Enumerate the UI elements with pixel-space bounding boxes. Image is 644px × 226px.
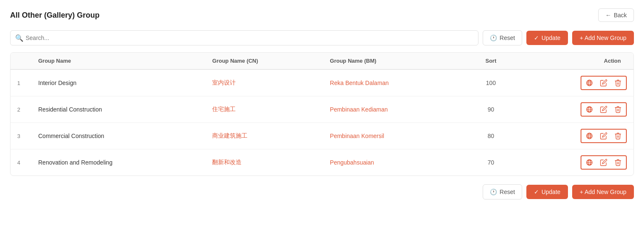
cell-action-2 (515, 123, 633, 149)
cell-sort-3: 70 (467, 149, 515, 176)
search-icon: 🔍 (15, 34, 24, 42)
cell-action-0 (515, 69, 633, 96)
add-new-group-button-bottom[interactable]: + Add New Group (572, 185, 634, 199)
col-num (11, 53, 32, 69)
delete-button-0[interactable] (613, 78, 623, 88)
cell-group-name-0: Interior Design (32, 69, 205, 96)
add-new-group-button-top[interactable]: + Add New Group (572, 31, 634, 45)
cell-sort-0: 100 (467, 69, 515, 96)
globe-button-2[interactable] (585, 131, 594, 141)
search-input[interactable] (10, 30, 478, 45)
delete-button-2[interactable] (613, 131, 623, 141)
cell-sort-2: 80 (467, 123, 515, 149)
cell-num-2: 3 (11, 123, 32, 149)
edit-button-0[interactable] (599, 78, 608, 88)
globe-button-1[interactable] (585, 105, 594, 114)
page-title: All Other (Gallery) Group (10, 11, 100, 20)
reset-button-top[interactable]: 🕐 Reset (483, 30, 522, 45)
reset-button-bottom[interactable]: 🕐 Reset (483, 184, 522, 199)
table-row: 4 Renovation and Remodeling 翻新和改造 Pengub… (11, 149, 633, 176)
cell-action-1 (515, 96, 633, 123)
back-button[interactable]: ← Back (598, 8, 634, 22)
col-group-name: Group Name (32, 53, 205, 69)
cell-group-name-bm-1: Pembinaan Kediaman (323, 96, 467, 123)
action-buttons-2 (522, 129, 627, 143)
cell-action-3 (515, 149, 633, 176)
cell-group-name-cn-1: 住宅施工 (205, 96, 323, 123)
table-header-row: Group Name Group Name (CN) Group Name (B… (11, 53, 633, 69)
action-buttons-1 (522, 102, 627, 117)
action-area-2 (581, 129, 627, 143)
col-action: Action (515, 53, 633, 69)
cell-group-name-bm-3: Pengubahsuaian (323, 149, 467, 176)
action-buttons-0 (522, 76, 627, 90)
cell-group-name-bm-2: Pembinaan Komersil (323, 123, 467, 149)
table-row: 1 Interior Design 室内设计 Reka Bentuk Dalam… (11, 69, 633, 96)
back-label: Back (614, 12, 627, 19)
table-body: 1 Interior Design 室内设计 Reka Bentuk Dalam… (11, 69, 633, 175)
page-header: All Other (Gallery) Group ← Back (10, 8, 634, 22)
check-icon-top: ✓ (534, 35, 539, 41)
cell-num-0: 1 (11, 69, 32, 96)
cell-group-name-cn-2: 商业建筑施工 (205, 123, 323, 149)
cell-group-name-3: Renovation and Remodeling (32, 149, 205, 176)
edit-button-2[interactable] (599, 131, 608, 141)
cell-group-name-cn-0: 室内设计 (205, 69, 323, 96)
globe-button-3[interactable] (585, 158, 594, 167)
cell-num-3: 4 (11, 149, 32, 176)
page-wrapper: All Other (Gallery) Group ← Back 🔍 🕐 Res… (0, 0, 644, 226)
cell-num-1: 2 (11, 96, 32, 123)
action-buttons-3 (522, 155, 627, 170)
footer-bar: 🕐 Reset ✓ Update + Add New Group (10, 183, 634, 199)
edit-button-1[interactable] (599, 105, 608, 114)
back-arrow-icon: ← (605, 12, 611, 19)
check-icon-bottom: ✓ (534, 189, 539, 195)
update-button-bottom[interactable]: ✓ Update (526, 185, 568, 199)
data-table: Group Name Group Name (CN) Group Name (B… (11, 53, 633, 175)
cell-group-name-2: Commercial Construction (32, 123, 205, 149)
cell-sort-1: 90 (467, 96, 515, 123)
cell-group-name-cn-3: 翻新和改造 (205, 149, 323, 176)
delete-button-1[interactable] (613, 105, 623, 114)
reset-icon-top: 🕐 (490, 35, 497, 41)
edit-button-3[interactable] (599, 158, 608, 167)
table-row: 2 Residential Construction 住宅施工 Pembinaa… (11, 96, 633, 123)
action-area-1 (581, 102, 627, 117)
col-group-name-bm: Group Name (BM) (323, 53, 467, 69)
delete-button-3[interactable] (613, 158, 623, 167)
cell-group-name-1: Residential Construction (32, 96, 205, 123)
data-table-wrapper: Group Name Group Name (CN) Group Name (B… (10, 52, 634, 176)
reset-icon-bottom: 🕐 (490, 189, 497, 195)
cell-group-name-bm-0: Reka Bentuk Dalaman (323, 69, 467, 96)
col-group-name-cn: Group Name (CN) (205, 53, 323, 69)
action-area-3 (581, 155, 627, 170)
action-area-0 (581, 76, 627, 90)
toolbar: 🔍 🕐 Reset ✓ Update + Add New Group (10, 30, 634, 45)
col-sort: Sort (467, 53, 515, 69)
search-wrapper: 🔍 (10, 30, 478, 45)
update-button-top[interactable]: ✓ Update (526, 31, 568, 45)
table-row: 3 Commercial Construction 商业建筑施工 Pembina… (11, 123, 633, 149)
globe-button-0[interactable] (585, 78, 594, 88)
